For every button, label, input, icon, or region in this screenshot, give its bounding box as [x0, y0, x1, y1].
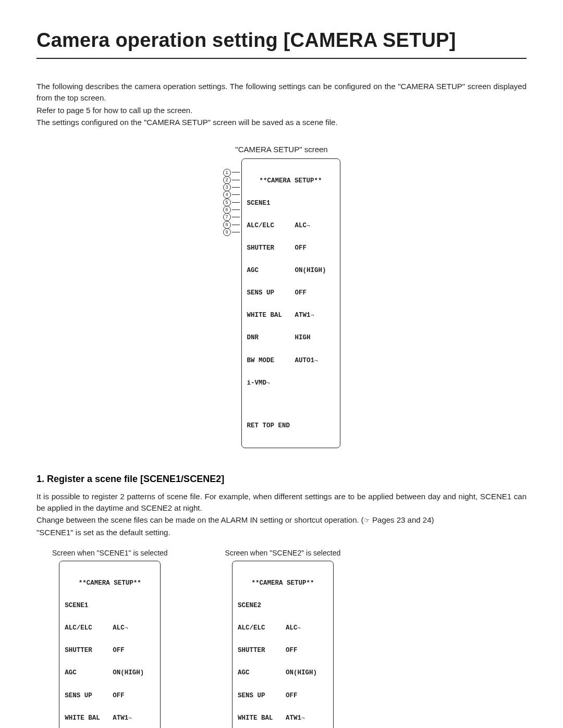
submenu-icon [128, 714, 132, 722]
submenu-icon [125, 624, 128, 632]
osd-value: OFF [286, 692, 298, 699]
osd-value: OFF [113, 692, 125, 699]
callout-numbers: 1 2 3 4 5 6 7 8 9 [223, 158, 240, 236]
osd-label: SENS UP [65, 692, 113, 699]
section-1-para-2: Change between the scene files can be ma… [36, 514, 527, 526]
submenu-icon [314, 357, 318, 364]
osd-scene1: SCENE1 [247, 200, 295, 207]
osd-title: **CAMERA SETUP** [65, 579, 155, 587]
osd-label: ALC/ELC [65, 624, 113, 632]
osd-shutter-value: OFF [295, 244, 307, 252]
osd-label: WHITE BAL [238, 714, 286, 722]
intro-para-1: The following describes the camera opera… [36, 81, 527, 104]
osd-agc-label: AGC [247, 267, 295, 274]
osd-title: **CAMERA SETUP** [247, 177, 335, 184]
osd-value: ATW1 [286, 714, 305, 722]
section-1-para-3: "SCENE1" is set as the default setting. [36, 527, 527, 538]
osd-scene2: SCENE2 [238, 602, 286, 609]
osd-camera-setup: **CAMERA SETUP** SCENE1 ALC/ELCALC SHUTT… [241, 158, 340, 448]
callout-3: 3 [223, 183, 231, 191]
osd-label: SHUTTER [238, 647, 286, 654]
osd-sensup-label: SENS UP [247, 289, 295, 297]
title-rule [36, 58, 527, 59]
osd-agc-value: ON(HIGH) [295, 267, 326, 274]
page-ref-icon: ☞ [364, 516, 370, 524]
main-osd-block: 1 2 3 4 5 6 7 8 9 **CAMERA SETUP** SCENE… [36, 158, 527, 448]
osd-wb-value: ATW1 [295, 312, 314, 319]
osd-value: ON(HIGH) [286, 669, 317, 676]
osd-label: WHITE BAL [65, 714, 113, 722]
osd-scene1-box: **CAMERA SETUP** SCENE1 ALC/ELCALC SHUTT… [59, 561, 161, 728]
intro-para-2: Refer to page 5 for how to call up the s… [36, 105, 527, 116]
submenu-icon [266, 379, 270, 387]
callout-9: 9 [223, 228, 231, 236]
osd-dnr-value: HIGH [295, 334, 311, 341]
osd-label: AGC [238, 669, 286, 676]
callout-1: 1 [223, 169, 231, 177]
osd-label: AGC [65, 669, 113, 676]
section-1-heading: 1. Register a scene file [SCENE1/SCENE2] [36, 472, 527, 486]
callout-8: 8 [223, 221, 231, 229]
scene2-caption: Screen when "SCENE2" is selected [225, 548, 341, 558]
osd-alc-elc-label: ALC/ELC [247, 222, 295, 229]
callout-5: 5 [223, 199, 231, 206]
callout-4: 4 [223, 191, 231, 199]
callout-2: 2 [223, 176, 231, 184]
callout-6: 6 [223, 206, 231, 214]
callout-7: 7 [223, 213, 231, 221]
main-screen-caption: "CAMERA SETUP" screen [36, 144, 527, 155]
osd-title: **CAMERA SETUP** [238, 579, 328, 587]
submenu-icon [307, 222, 310, 229]
submenu-icon [297, 624, 301, 632]
submenu-icon [301, 714, 305, 722]
intro-para-3: The settings configured on the "CAMERA S… [36, 117, 527, 128]
osd-wb-label: WHITE BAL [247, 312, 295, 319]
submenu-icon [311, 312, 314, 319]
page-title: Camera operation setting [CAMERA SETUP] [36, 26, 527, 55]
osd-ivmd-label: i-VMD [247, 379, 295, 387]
screens-pair: Screen when "SCENE1" is selected **CAMER… [52, 548, 527, 728]
osd-value: ATW1 [113, 714, 132, 722]
osd-scene2-box: **CAMERA SETUP** SCENE2 ALC/ELCALC SHUTT… [232, 561, 334, 728]
scene1-caption: Screen when "SCENE1" is selected [52, 548, 168, 558]
osd-bw-value: AUTO1 [295, 357, 318, 364]
osd-shutter-label: SHUTTER [247, 244, 295, 252]
osd-label: SENS UP [238, 692, 286, 699]
section-1-para-1: It is possible to register 2 patterns of… [36, 491, 527, 514]
osd-alc-elc-value: ALC [295, 222, 310, 229]
osd-value: OFF [286, 647, 298, 654]
osd-footer: RET TOP END [247, 422, 290, 429]
osd-value: ALC [113, 624, 128, 632]
osd-value: OFF [113, 647, 125, 654]
osd-dnr-label: DNR [247, 334, 295, 341]
osd-sensup-value: OFF [295, 289, 307, 297]
osd-value: ALC [286, 624, 301, 632]
osd-label: ALC/ELC [238, 624, 286, 632]
osd-value: ON(HIGH) [113, 669, 144, 676]
osd-bw-label: BW MODE [247, 357, 295, 364]
osd-scene1: SCENE1 [65, 602, 113, 609]
osd-label: SHUTTER [65, 647, 113, 654]
